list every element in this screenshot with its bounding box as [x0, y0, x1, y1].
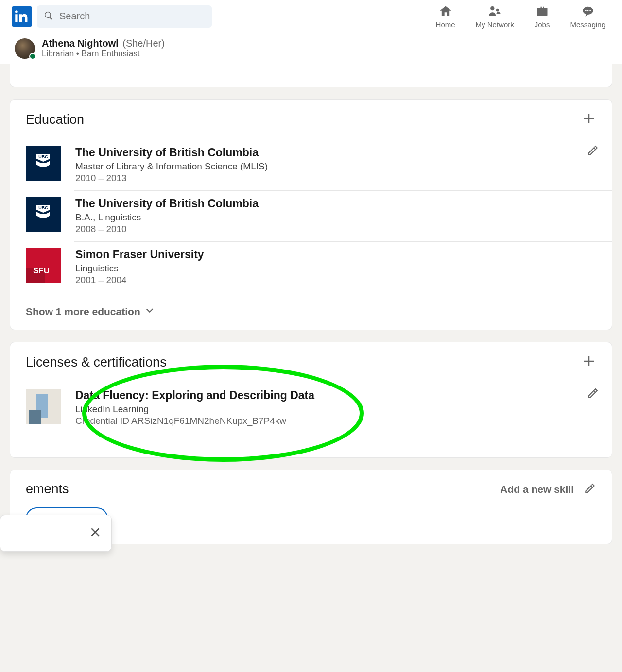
home-icon: [439, 4, 452, 19]
svg-text:UBC: UBC: [38, 154, 48, 159]
degree: Linguistics: [75, 263, 596, 274]
svg-text:UBC: UBC: [38, 205, 48, 210]
profile-pronouns: (She/Her): [122, 38, 165, 49]
profile-summary-strip: Athena Nightowl (She/Her) Librarian • Ba…: [0, 33, 622, 64]
nav-network-label: My Network: [476, 20, 514, 29]
education-entry[interactable]: UBC The University of British Columbia B…: [26, 190, 596, 241]
skills-title-partial: ements: [26, 482, 69, 497]
certifications-section: Licenses & certifications Data Fluency: …: [10, 342, 612, 458]
edit-education-button[interactable]: [587, 144, 599, 159]
search-bar[interactable]: [37, 5, 212, 28]
show-more-label: Show 1 more education: [26, 306, 140, 318]
edit-skills-button[interactable]: [584, 482, 596, 497]
certs-title: Licenses & certifications: [26, 355, 167, 370]
add-cert-button[interactable]: [582, 354, 596, 370]
chevron-down-icon: [144, 305, 155, 318]
svg-point-1: [496, 8, 499, 11]
show-more-education[interactable]: Show 1 more education: [26, 305, 596, 318]
presence-indicator: [29, 53, 36, 60]
nav-network[interactable]: My Network: [476, 4, 514, 29]
education-entry[interactable]: UBC The University of British Columbia M…: [26, 139, 596, 190]
previous-section-bottom: [10, 64, 612, 87]
cert-credential: Credential ID ARSizN1qF61MN2heNKupx_B7P4…: [75, 416, 596, 426]
close-popup-button[interactable]: [89, 526, 102, 540]
cert-entry[interactable]: Data Fluency: Exploring and Describing D…: [26, 382, 596, 446]
cert-issuer: LinkedIn Learning: [75, 404, 596, 415]
network-icon: [488, 4, 501, 19]
nav-home[interactable]: Home: [436, 4, 455, 29]
school-logo-ubc: UBC: [26, 146, 61, 181]
nav-jobs-label: Jobs: [535, 20, 550, 29]
school-name: The University of British Columbia: [75, 197, 596, 210]
nav-messaging-label: Messaging: [570, 20, 605, 29]
add-education-button[interactable]: [582, 111, 596, 128]
avatar[interactable]: [15, 38, 35, 59]
top-navbar: Home My Network Jobs Messaging: [0, 0, 622, 33]
degree: B.A., Linguistics: [75, 212, 596, 223]
cert-logo-linkedin-learning: [26, 389, 61, 424]
search-icon: [44, 11, 53, 22]
edu-dates: 2010 – 2013: [75, 173, 596, 184]
cert-title: Data Fluency: Exploring and Describing D…: [75, 389, 596, 402]
nav-items: Home My Network Jobs Messaging: [436, 4, 610, 29]
svg-point-3: [585, 10, 587, 11]
profile-name: Athena Nightowl: [42, 38, 119, 49]
profile-headline: Librarian • Barn Enthusiast: [42, 49, 165, 59]
add-skill-button[interactable]: Add a new skill: [500, 484, 574, 495]
search-input[interactable]: [59, 11, 205, 22]
jobs-icon: [536, 4, 549, 19]
svg-point-4: [587, 10, 588, 11]
svg-point-5: [589, 10, 591, 11]
edu-dates: 2001 – 2004: [75, 275, 596, 286]
nav-messaging[interactable]: Messaging: [570, 4, 605, 29]
education-entry[interactable]: SFU Simon Fraser University Linguistics …: [26, 241, 596, 292]
school-name: The University of British Columbia: [75, 146, 596, 159]
degree: Master of Library & Information Science …: [75, 161, 596, 172]
school-name: Simon Fraser University: [75, 248, 596, 261]
education-title: Education: [26, 112, 84, 127]
floating-popup: [0, 515, 112, 552]
edu-dates: 2008 – 2010: [75, 224, 596, 235]
school-logo-sfu: SFU: [26, 248, 61, 283]
nav-jobs[interactable]: Jobs: [535, 4, 550, 29]
edit-cert-button[interactable]: [587, 387, 599, 402]
school-logo-ubc: UBC: [26, 197, 61, 232]
messaging-icon: [581, 4, 595, 19]
education-section: Education UBC The University of British …: [10, 99, 612, 330]
nav-home-label: Home: [436, 20, 455, 29]
svg-point-0: [490, 6, 494, 10]
linkedin-logo[interactable]: [12, 6, 32, 27]
